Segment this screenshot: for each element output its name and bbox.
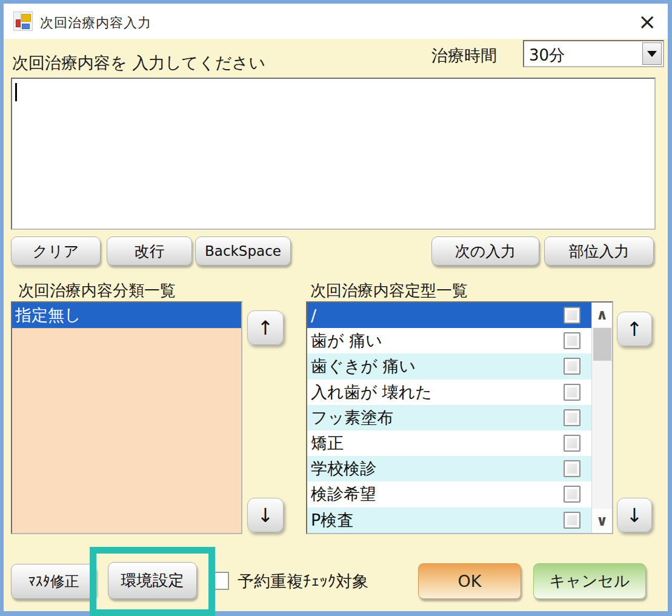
newline-button[interactable]: 改行 <box>107 236 192 266</box>
text-caret <box>15 83 17 101</box>
template-listbox: / 歯が 痛い 歯ぐきが 痛い 入れ歯が 壊れた フッ素塗布 矯正 <box>306 301 613 534</box>
scrollbar-thumb[interactable] <box>593 328 611 361</box>
dropdown-arrow-icon <box>647 51 657 57</box>
template-list-title: 次回治療内容定型一覧 <box>310 280 468 301</box>
category-list-title: 次回治療内容分類一覧 <box>18 280 176 301</box>
master-edit-button[interactable]: ﾏｽﾀ修正 <box>11 564 96 599</box>
titlebar: 次回治療内容入力 × <box>4 4 668 39</box>
template-item-label: 入れ歯が 壊れた <box>311 381 432 403</box>
template-item-label: 歯ぐきが 痛い <box>311 355 416 377</box>
row-checkbox[interactable] <box>564 358 581 375</box>
template-item-label: 矯正 <box>311 432 344 454</box>
template-list-item[interactable]: 入れ歯が 壊れた <box>307 380 591 405</box>
next-input-button[interactable]: 次の入力 <box>431 236 539 266</box>
template-item-label: 歯が 痛い <box>311 330 382 352</box>
template-list-item[interactable]: 矯正 <box>307 430 591 456</box>
duration-combobox[interactable]: 30分 <box>523 40 664 67</box>
row-checkbox[interactable] <box>564 384 581 401</box>
ok-button[interactable]: OK <box>418 563 521 599</box>
row-checkbox[interactable] <box>564 486 581 503</box>
template-list-item[interactable]: / <box>307 303 591 328</box>
row-checkbox[interactable] <box>564 460 581 477</box>
template-item-label: 学校検診 <box>311 458 376 480</box>
template-scrollbar[interactable]: ∧ ∨ <box>591 303 612 533</box>
window-title: 次回治療内容入力 <box>40 14 151 32</box>
template-list-item[interactable]: P検査 <box>307 507 591 533</box>
duration-value: 30分 <box>529 45 565 66</box>
template-rows: / 歯が 痛い 歯ぐきが 痛い 入れ歯が 壊れた フッ素塗布 矯正 <box>307 303 591 533</box>
template-item-label: 検診希望 <box>311 483 376 505</box>
duplicate-check-label: 予約重複ﾁｪｯｸ対象 <box>238 571 368 592</box>
scrollbar-up-icon[interactable]: ∧ <box>592 303 612 327</box>
instruction-label: 次回治療内容を 入力してください <box>12 52 265 74</box>
template-move-up-button[interactable]: ↑ <box>617 312 652 346</box>
template-list-item[interactable]: 学校検診 <box>307 456 591 481</box>
template-list-item[interactable]: 検診希望 <box>307 481 591 507</box>
row-checkbox[interactable] <box>564 512 581 529</box>
settings-button[interactable]: 環境設定 <box>108 562 197 599</box>
site-input-button[interactable]: 部位入力 <box>544 236 654 266</box>
dialog-window: 次回治療内容入力 × 次回治療内容を 入力してください 治療時間 30分 クリア… <box>0 0 672 616</box>
row-checkbox[interactable] <box>564 435 581 452</box>
treatment-input[interactable] <box>12 79 654 229</box>
close-icon[interactable]: × <box>633 8 662 35</box>
row-checkbox[interactable] <box>564 409 581 426</box>
duration-label: 治療時間 <box>431 45 497 67</box>
scrollbar-down-icon[interactable]: ∨ <box>592 509 612 533</box>
row-checkbox[interactable] <box>564 332 581 349</box>
category-move-up-button[interactable]: ↑ <box>247 310 284 345</box>
category-move-down-button[interactable]: ↓ <box>247 498 284 532</box>
backspace-button[interactable]: BackSpace <box>195 236 291 266</box>
row-checkbox[interactable] <box>564 307 581 324</box>
template-item-label: フッ素塗布 <box>311 407 393 429</box>
combobox-dropdown-button[interactable] <box>642 42 662 65</box>
template-move-down-button[interactable]: ↓ <box>617 498 652 532</box>
template-item-label: P検査 <box>311 509 353 531</box>
duplicate-check-checkbox[interactable] <box>211 572 229 590</box>
template-list-item[interactable]: 歯ぐきが 痛い <box>307 353 591 379</box>
clear-button[interactable]: クリア <box>11 236 101 266</box>
template-list-item[interactable]: フッ素塗布 <box>307 405 591 430</box>
template-list-item[interactable]: 歯が 痛い <box>307 328 591 353</box>
template-item-label: / <box>311 306 316 325</box>
category-listbox[interactable]: 指定無し <box>11 301 242 534</box>
app-icon <box>13 12 33 31</box>
cancel-button[interactable]: キャンセル <box>533 563 646 599</box>
treatment-input-frame <box>11 78 656 230</box>
category-list-item[interactable]: 指定無し <box>12 303 241 329</box>
